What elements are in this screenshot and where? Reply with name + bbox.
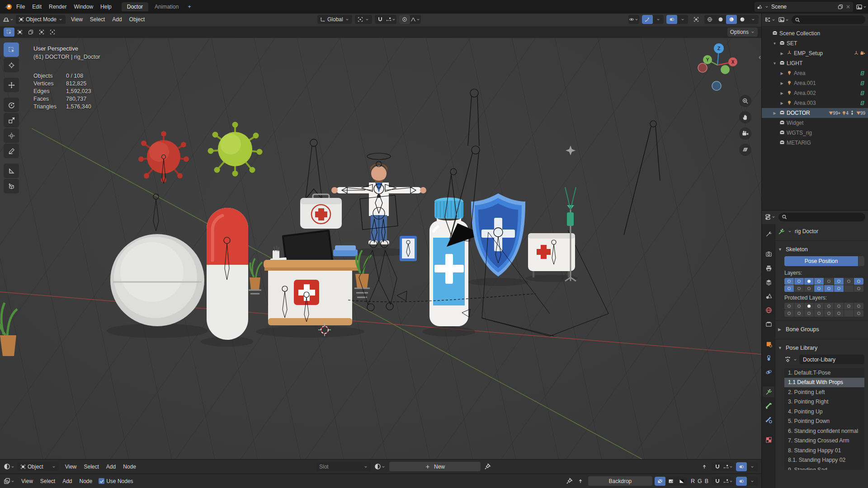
new-scene-icon[interactable]	[838, 4, 843, 9]
unlink-scene-icon[interactable]	[845, 4, 851, 9]
first-aid-kit[interactable]	[300, 139, 342, 229]
select-mode-intersect[interactable]	[47, 28, 58, 37]
protected-layer-cell[interactable]	[834, 310, 844, 317]
protected-layer-cell[interactable]	[844, 310, 854, 317]
select-mode-subtract[interactable]	[25, 28, 36, 37]
shader-menu-node[interactable]: Node	[119, 462, 140, 472]
rest-position-button[interactable]	[859, 256, 864, 266]
empty-badge-icon[interactable]	[854, 51, 859, 56]
outliner-item-metarig[interactable]: METARIG	[762, 138, 868, 148]
shader-menu-view[interactable]: View	[61, 462, 80, 472]
pose-item-4-pointing-up[interactable]: 4. Pointing Up	[784, 407, 864, 417]
mode-dropdown[interactable]: Object Mode	[16, 15, 66, 24]
backdrop-color-button[interactable]	[665, 477, 676, 486]
protected-layer-cell[interactable]	[824, 303, 834, 310]
mesh-badge-icon[interactable]: 99	[856, 110, 865, 116]
pose-item-1-default-t-pose[interactable]: 1. Default.T-Pose	[784, 368, 864, 378]
workspace-tab-doctor[interactable]: Doctor	[122, 2, 148, 11]
layer-cell[interactable]	[784, 278, 794, 285]
properties-tab-bone-constraint[interactable]	[763, 414, 774, 425]
plant-right-of-desk[interactable]	[354, 250, 371, 297]
main-menu-file[interactable]: File	[13, 2, 28, 12]
main-menu-edit[interactable]: Edit	[28, 2, 45, 12]
nav-pan-button[interactable]	[739, 111, 751, 123]
outliner-item-area-002[interactable]: ▶Area.002	[762, 88, 868, 98]
scene-browse-icon[interactable]	[757, 4, 762, 9]
select-mode-invert[interactable]	[36, 28, 47, 37]
properties-tab-render[interactable]	[763, 249, 774, 259]
properties-tab-output[interactable]	[763, 263, 774, 273]
nav-ortho-button[interactable]	[739, 144, 751, 156]
pose-item-9-standing-sad[interactable]: 9. Standing Sad	[784, 465, 864, 470]
protected-layer-cell[interactable]	[854, 310, 863, 317]
snap-target-dropdown[interactable]	[386, 15, 396, 24]
layer-cell[interactable]	[824, 278, 834, 285]
clipboard[interactable]	[400, 236, 417, 261]
proportional-editing-toggle[interactable]	[399, 15, 410, 24]
tool-cursor[interactable]	[4, 58, 19, 72]
sidebar-collapse-arrow[interactable]: ‹	[759, 53, 761, 61]
outliner-item-scene-collection[interactable]: Scene Collection	[762, 28, 868, 38]
layer-cell[interactable]	[854, 285, 863, 292]
gizmo-x-neg[interactable]	[698, 63, 707, 72]
pose-item-5-pointing-down[interactable]: 5. Pointing Down	[784, 417, 864, 427]
tool-scale[interactable]	[4, 113, 19, 127]
overlays-toggle[interactable]	[736, 477, 747, 486]
main-menu-help[interactable]: Help	[97, 2, 115, 12]
outliner-item-light[interactable]: ▼LIGHT	[762, 58, 868, 68]
viewport-menu-select[interactable]: Select	[86, 14, 108, 24]
scene-selector[interactable]: Scene	[755, 2, 853, 12]
camera-badge-icon[interactable]	[860, 51, 865, 56]
pill-tablet[interactable]	[110, 194, 204, 326]
snap-toggle[interactable]	[712, 462, 723, 471]
layer-cell[interactable]	[804, 278, 814, 285]
layer-cell[interactable]	[854, 278, 863, 285]
properties-search[interactable]	[778, 213, 865, 221]
layer-cell[interactable]	[824, 285, 834, 292]
workspace-tab-animation[interactable]: Animation	[149, 2, 184, 11]
compositor-menu-select[interactable]: Select	[37, 476, 59, 486]
protected-layer-cell[interactable]	[784, 303, 794, 310]
protected-layer-cell[interactable]	[844, 303, 854, 310]
light-data-badge-icon[interactable]	[860, 90, 865, 96]
layer-cell[interactable]	[844, 278, 854, 285]
overlays-toggle[interactable]	[666, 15, 677, 24]
outliner-item-area[interactable]: ▶Area	[762, 68, 868, 78]
tool-add-cube[interactable]	[4, 179, 19, 193]
layer-cell[interactable]	[814, 285, 824, 292]
compositor-editor-type[interactable]	[4, 478, 15, 484]
disclosure-closed-icon[interactable]: ▶	[779, 81, 785, 85]
outliner-item-doctor[interactable]: ▶DOCTOR99+499	[762, 108, 868, 118]
snap-toggle[interactable]	[375, 15, 386, 24]
shading-dropdown[interactable]	[748, 15, 759, 24]
parent-node-button[interactable]	[699, 462, 710, 471]
viewport-canvas[interactable]: User Perspective (61) DOCTOR | rig_Docto…	[0, 38, 761, 459]
virus-green[interactable]	[208, 122, 263, 177]
main-menu-render[interactable]: Render	[45, 2, 70, 12]
outliner-item-set[interactable]: ▼SET	[762, 38, 868, 48]
slot-dropdown[interactable]: Slot	[316, 462, 371, 471]
properties-tab-world[interactable]	[763, 305, 774, 315]
snap-target-dropdown[interactable]	[723, 462, 734, 471]
overlays-dropdown[interactable]	[677, 15, 688, 24]
mesh-badge-icon[interactable]: 99+	[828, 110, 840, 116]
properties-tab-object-data[interactable]	[763, 386, 774, 397]
pose-item-7-standing-crossed-arm[interactable]: 7. Standing Crossed Arm	[784, 436, 864, 446]
shader-editor-type[interactable]	[4, 463, 15, 470]
tool-move[interactable]	[4, 78, 19, 92]
channel-b-button[interactable]: B	[703, 478, 710, 484]
outliner-item-widget[interactable]: Widget	[762, 118, 868, 128]
protected-layer-cell[interactable]	[784, 310, 794, 317]
disclosure-closed-icon[interactable]: ▶	[779, 91, 785, 95]
pivot-point-dropdown[interactable]	[355, 15, 372, 24]
shader-menu-add[interactable]: Add	[103, 462, 119, 472]
protected-layer-cell[interactable]	[834, 303, 844, 310]
falloff-dropdown[interactable]	[410, 15, 421, 24]
shield[interactable]	[471, 193, 525, 277]
medical-cart[interactable]	[528, 233, 575, 277]
use-nodes-checkbox[interactable]: Use Nodes	[99, 478, 133, 484]
gizmos-toggle[interactable]	[642, 15, 653, 24]
protected-layer-cell[interactable]	[804, 303, 814, 310]
protected-layer-cell[interactable]	[794, 310, 804, 317]
pose-item-6-standing-confident-normal[interactable]: 6. Standing confident normal	[784, 426, 864, 436]
